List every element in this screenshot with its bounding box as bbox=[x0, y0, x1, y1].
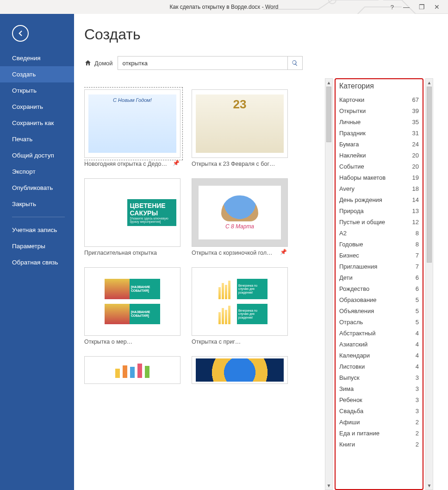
help-button[interactable]: ? bbox=[391, 4, 394, 11]
category-count: 7 bbox=[416, 263, 419, 270]
sidebar-item[interactable]: Учетная запись bbox=[0, 222, 74, 238]
category-name: Наклейки bbox=[339, 152, 366, 159]
template-gallery[interactable]: Новогодняя открытка с Дедо… 📌23 Открытка… bbox=[84, 78, 325, 490]
category-item[interactable]: Событие20 bbox=[339, 161, 421, 172]
template-item[interactable]: Вечеринка по случаю дня рождения!Вечерин… bbox=[192, 267, 288, 345]
category-item[interactable]: Еда и питание2 bbox=[339, 427, 421, 439]
pin-icon[interactable]: 📌 bbox=[280, 249, 287, 255]
category-count: 6 bbox=[416, 274, 419, 281]
category-count: 24 bbox=[412, 141, 419, 148]
category-item[interactable]: Объявления5 bbox=[339, 305, 421, 316]
category-item[interactable]: Рождество6 bbox=[339, 283, 421, 294]
sidebar-item[interactable]: Создать bbox=[0, 66, 74, 82]
template-item[interactable]: 23 Открытка к 23 Февраля с бог… bbox=[192, 89, 288, 167]
sidebar-item[interactable]: Сведения bbox=[0, 50, 74, 66]
category-count: 3 bbox=[416, 396, 419, 403]
category-item[interactable]: Открытки39 bbox=[339, 105, 421, 116]
category-item[interactable]: Годовые8 bbox=[339, 239, 421, 250]
template-caption: Открытка с корзиночкой гол… bbox=[192, 250, 284, 256]
category-item[interactable]: Природа13 bbox=[339, 205, 421, 216]
sidebar-item[interactable]: Общий доступ bbox=[0, 147, 74, 163]
category-name: День рождения bbox=[339, 196, 382, 203]
category-scrollbar[interactable]: ▲ ▼ bbox=[425, 78, 433, 490]
scroll-down-icon[interactable]: ▼ bbox=[426, 482, 433, 490]
category-item[interactable]: Наборы макетов19 bbox=[339, 172, 421, 183]
category-item[interactable]: Ребенок3 bbox=[339, 394, 421, 405]
scroll-track[interactable] bbox=[426, 87, 433, 482]
category-count: 8 bbox=[416, 241, 419, 248]
category-count: 4 bbox=[416, 330, 419, 337]
scroll-up-icon[interactable]: ▲ bbox=[426, 79, 433, 87]
category-name: Еда и питание bbox=[339, 430, 380, 437]
sidebar-item[interactable]: Закрыть bbox=[0, 196, 74, 212]
category-item[interactable]: Дети6 bbox=[339, 272, 421, 283]
category-item[interactable]: Праздник31 bbox=[339, 127, 421, 138]
category-count: 13 bbox=[412, 207, 419, 214]
back-button[interactable] bbox=[12, 25, 29, 42]
category-item[interactable]: Книги2 bbox=[339, 439, 421, 450]
sidebar-item[interactable]: Сохранить bbox=[0, 99, 74, 115]
category-item[interactable]: Листовки4 bbox=[339, 361, 421, 372]
category-item[interactable]: Бизнес7 bbox=[339, 250, 421, 261]
search-button[interactable] bbox=[287, 57, 302, 69]
category-item[interactable]: Азиатский4 bbox=[339, 339, 421, 350]
category-name: Образование bbox=[339, 296, 377, 303]
category-item[interactable]: Свадьба3 bbox=[339, 405, 421, 416]
category-item[interactable]: Абстрактный4 bbox=[339, 327, 421, 339]
category-count: 2 bbox=[416, 419, 419, 426]
category-item[interactable]: Карточки67 bbox=[339, 94, 421, 105]
category-item[interactable]: Зима3 bbox=[339, 383, 421, 394]
category-name: Выпуск bbox=[339, 374, 360, 381]
category-name: Природа bbox=[339, 207, 364, 214]
sidebar-item[interactable]: Сохранить как bbox=[0, 115, 74, 131]
sidebar-item[interactable]: Параметры bbox=[0, 238, 74, 254]
scroll-thumb[interactable] bbox=[427, 87, 432, 263]
template-item[interactable]: С 8 Марта Открытка с корзиночкой гол… 📌 bbox=[192, 178, 288, 256]
scroll-down-icon[interactable]: ▼ bbox=[325, 482, 332, 490]
category-item[interactable]: Выпуск3 bbox=[339, 372, 421, 383]
minimize-button[interactable]: — bbox=[403, 3, 410, 11]
category-item[interactable]: День рождения14 bbox=[339, 194, 421, 205]
template-item[interactable]: [НАЗВАНИЕ СОБЫТИЯ][НАЗВАНИЕ СОБЫТИЯ] Отк… bbox=[84, 267, 180, 345]
category-item[interactable]: Личные35 bbox=[339, 116, 421, 127]
template-thumb: С 8 Марта bbox=[192, 178, 288, 247]
category-item[interactable]: Приглашения7 bbox=[339, 261, 421, 272]
pin-icon[interactable]: 📌 bbox=[173, 160, 180, 166]
gallery-wrap: Новогодняя открытка с Дедо… 📌23 Открытка… bbox=[84, 78, 333, 490]
title-bar: Как сделать открытку в Ворде.docx - Word… bbox=[0, 0, 448, 14]
sidebar-item[interactable]: Открыть bbox=[0, 82, 74, 99]
template-caption: Пригласительная открытка bbox=[84, 250, 177, 256]
scroll-up-icon[interactable]: ▲ bbox=[325, 79, 332, 87]
category-item[interactable]: Бумага24 bbox=[339, 138, 421, 150]
gallery-grid: Новогодняя открытка с Дедо… 📌23 Открытка… bbox=[84, 78, 322, 393]
gallery-scrollbar[interactable]: ▲ ▼ bbox=[325, 78, 333, 490]
search-input[interactable] bbox=[118, 57, 287, 69]
category-item[interactable]: Avery18 bbox=[339, 183, 421, 194]
category-item[interactable]: Наклейки20 bbox=[339, 150, 421, 161]
category-item[interactable]: Календари4 bbox=[339, 350, 421, 361]
home-icon bbox=[84, 59, 92, 67]
sidebar-item[interactable]: Опубликовать bbox=[0, 180, 74, 196]
template-item[interactable]: Новогодняя открытка с Дедо… 📌 bbox=[84, 89, 180, 167]
template-item[interactable]: ЦВЕТЕНИЕ САКУРЫ[Укажите здесь ключевую ф… bbox=[84, 178, 180, 256]
home-link[interactable]: Домой bbox=[84, 59, 113, 67]
category-item[interactable]: Пустые и общие12 bbox=[339, 216, 421, 227]
restore-button[interactable]: ❐ bbox=[419, 3, 425, 11]
scroll-track[interactable] bbox=[325, 87, 332, 482]
scroll-thumb[interactable] bbox=[326, 87, 331, 142]
page-title: Создать bbox=[84, 26, 448, 43]
sidebar-item[interactable]: Экспорт bbox=[0, 163, 74, 180]
category-item[interactable]: Образование5 bbox=[339, 294, 421, 305]
category-item[interactable]: Афиши2 bbox=[339, 416, 421, 427]
template-item[interactable] bbox=[84, 356, 180, 384]
category-item[interactable]: A28 bbox=[339, 227, 421, 239]
category-name: Азиатский bbox=[339, 341, 367, 348]
home-label: Домой bbox=[94, 60, 113, 67]
category-name: Объявления bbox=[339, 308, 374, 314]
sidebar-item[interactable]: Обратная связь bbox=[0, 254, 74, 270]
sidebar-item[interactable]: Печать bbox=[0, 131, 74, 147]
template-item[interactable] bbox=[192, 356, 288, 384]
category-item[interactable]: Отрасль5 bbox=[339, 316, 421, 327]
close-button[interactable]: ✕ bbox=[434, 3, 440, 11]
template-thumb bbox=[84, 356, 180, 384]
